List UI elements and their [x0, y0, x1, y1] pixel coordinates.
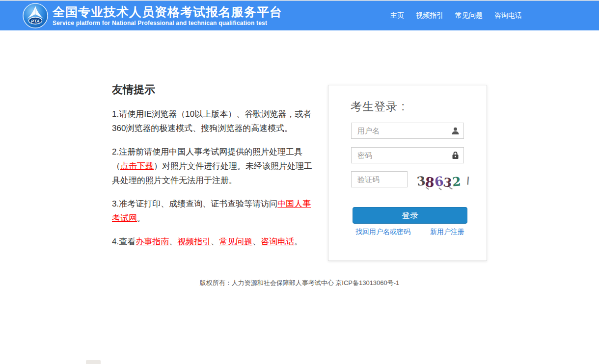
tip-link[interactable]: 常见问题: [219, 237, 252, 246]
username-input[interactable]: [351, 123, 464, 139]
top-nav-link-0[interactable]: 主页: [390, 11, 404, 20]
tips-title: 友情提示: [112, 82, 319, 97]
login-button[interactable]: 登录: [353, 207, 467, 224]
tip-photo-tool: 2.注册前请使用中国人事考试网提供的照片处理工具（点击下载）对照片文件进行处理。…: [112, 145, 319, 187]
register-link[interactable]: 新用户注册: [430, 228, 464, 236]
tip-link[interactable]: 视频指引: [177, 237, 211, 246]
site-title: 全国专业技术人员资格考试报名服务平台: [53, 5, 282, 19]
tip-link[interactable]: 办事指南: [136, 237, 169, 246]
top-nav-link-2[interactable]: 常见问题: [455, 11, 483, 20]
tip-browser: 1.请使用IE浏览器（10以上版本）、谷歌浏览器，或者360浏览器的极速模式、搜…: [112, 107, 319, 135]
site-subtitle: Service platform for National Profession…: [53, 20, 282, 26]
password-field-wrap: [351, 147, 464, 163]
top-nav: 主页视频指引常见问题咨询电话: [390, 1, 522, 30]
tip-see-also: 4.查看办事指南、视频指引、常见问题、咨询电话。: [112, 234, 319, 249]
captcha-digit: 2: [452, 174, 461, 189]
forgot-password-link[interactable]: 找回用户名或密码: [355, 228, 410, 236]
login-title: 考生登录 :: [351, 99, 405, 114]
captcha-field-wrap: [351, 171, 408, 187]
svg-text:PTA: PTA: [31, 19, 39, 24]
top-nav-link-3[interactable]: 咨询电话: [494, 11, 522, 20]
pta-logo-icon: PTA: [23, 3, 48, 28]
login-panel: 考生登录 : 38632 \\ 登录 找回用户名或密码 新用户注册: [328, 85, 487, 261]
tip-cpta-site: 3.准考证打印、成绩查询、证书查验等请访问中国人事考试网。: [112, 197, 319, 225]
brand: 全国专业技术人员资格考试报名服务平台 Service platform for …: [53, 5, 282, 27]
footer-copyright: 版权所有：人力资源和社会保障部人事考试中心 京ICP备13013060号-1: [0, 279, 599, 287]
password-input[interactable]: [351, 147, 464, 163]
tip-link[interactable]: 点击下载: [120, 161, 154, 171]
username-field-wrap: [351, 123, 464, 139]
captcha-noise-lines: \\: [464, 174, 467, 186]
top-nav-link-1[interactable]: 视频指引: [416, 11, 443, 20]
captcha-input[interactable]: [351, 171, 408, 187]
captcha-image[interactable]: 38632 \\: [417, 171, 467, 190]
user-icon: [451, 127, 460, 135]
partial-bottom-element: [86, 360, 101, 364]
header: PTA 全国专业技术人员资格考试报名服务平台 Service platform …: [0, 1, 599, 30]
lock-icon: [451, 151, 460, 159]
tip-link[interactable]: 咨询电话: [261, 237, 294, 246]
tip-link[interactable]: 中国人事考试网: [112, 199, 311, 223]
friendly-tips-section: 友情提示 1.请使用IE浏览器（10以上版本）、谷歌浏览器，或者360浏览器的极…: [112, 82, 319, 258]
login-links: 找回用户名或密码 新用户注册: [355, 228, 464, 236]
